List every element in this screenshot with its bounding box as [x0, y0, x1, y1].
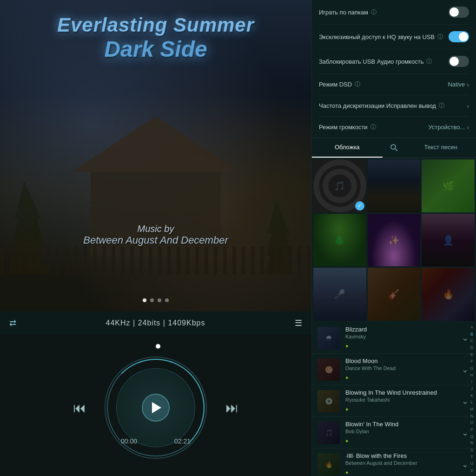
thumb-dark-figure: 👤 [422, 214, 475, 267]
song-item-blizzard[interactable]: 🌨 Blizzard Kavinsky ● ⌄ [312, 322, 476, 354]
settings-section: Играть по папкам ⓘ Эксклюзивный доступ к… [312, 0, 476, 138]
tab-cover[interactable]: Обложка [312, 138, 383, 158]
album-title-line2: Dark Side [0, 36, 311, 62]
song-item-bloodmoon[interactable]: 🌕 Blood Moon Dance With The Dead ● ⌄ [312, 354, 476, 385]
alpha-t[interactable]: T [470, 455, 473, 460]
total-time: 02:21 [174, 437, 191, 445]
alpha-e[interactable]: E [470, 352, 473, 357]
grid-item-5[interactable]: 👤 [422, 214, 475, 267]
alpha-b[interactable]: B [470, 332, 473, 337]
toggle-knob-usb-lock [450, 57, 459, 66]
song-info-blow: ·Illl· Blow with the Fires Between Augus… [345, 452, 460, 476]
alpha-u[interactable]: U [470, 461, 474, 466]
player-info-bar: ⇄ 44KHz | 24bits | 1409Kbps ☰ [0, 311, 311, 335]
song-thumb-bloodmoon: 🌕 [317, 358, 340, 381]
shuffle-icon[interactable]: ⇄ [9, 318, 16, 328]
svg-line-1 [395, 149, 397, 151]
alpha-j[interactable]: J [471, 386, 473, 391]
setting-sample-rate[interactable]: Частота дискретизации Исправлен вывод ⓘ … [319, 95, 469, 117]
play-icon [152, 402, 161, 413]
grid-item-4[interactable]: ✨ [368, 214, 421, 267]
toggle-usb-lock[interactable] [449, 56, 469, 67]
grid-item-6[interactable]: 🎤 [313, 268, 366, 321]
playlist-icon[interactable]: ☰ [295, 318, 302, 328]
song-title-bloodmoon: Blood Moon [345, 357, 460, 364]
album-grid: 🎵 ✓ 🌿 🌲 ✨ 👤 🎤 🎸 🔥 [312, 158, 476, 322]
alpha-g[interactable]: G [470, 366, 473, 371]
song-item-blowing[interactable]: 💿 Blowing In The Wind Unrestrained Ryosu… [312, 385, 476, 417]
svg-point-0 [391, 145, 396, 149]
grid-item-2[interactable]: 🌿 [422, 159, 475, 212]
setting-dsd-mode[interactable]: Режим DSD ⓘ Native › [319, 74, 469, 95]
album-title-overlay: Everlasting Summer Dark Side [0, 14, 311, 62]
alpha-s[interactable]: S [470, 448, 473, 453]
tab-search[interactable] [383, 138, 406, 158]
alpha-a[interactable]: A [470, 325, 473, 330]
song-thumb-blowin: 🎵 [317, 422, 340, 444]
song-title-blow: ·Illl· Blow with the Fires [345, 452, 460, 459]
setting-volume-mode[interactable]: Режим громкости ⓘ Устройство... › [319, 117, 469, 138]
selected-check: ✓ [355, 201, 364, 211]
alpha-h[interactable]: H [470, 373, 474, 378]
house-roof [72, 116, 239, 172]
song-quality-bloodmoon: ● [345, 375, 349, 380]
alpha-f[interactable]: F [470, 359, 473, 364]
song-quality-blizzard: ● [345, 343, 349, 349]
alpha-v[interactable]: V [470, 468, 473, 473]
search-icon [390, 144, 398, 152]
song-item-blow[interactable]: 🔥 ·Illl· Blow with the Fires Between Aug… [312, 449, 476, 476]
alpha-p[interactable]: P [470, 427, 473, 432]
play-button[interactable] [142, 394, 170, 422]
setting-folder-play: Играть по папкам ⓘ [319, 0, 469, 25]
song-title-blowin: Blowin' In The Wind [345, 421, 460, 428]
circle-inner [116, 368, 195, 447]
prev-button[interactable]: ⏮ [73, 400, 86, 416]
grid-item-8[interactable]: 🔥 [422, 268, 475, 321]
setting-label-usb-lock: Заблокировать USB Аудио громкость ⓘ [319, 58, 432, 66]
alpha-m[interactable]: M [470, 407, 474, 412]
toggle-folder[interactable] [449, 7, 469, 18]
alpha-c[interactable]: C [470, 338, 474, 344]
alpha-n[interactable]: N [470, 414, 474, 419]
info-icon-hq[interactable]: ⓘ [437, 33, 443, 41]
song-info-blizzard: Blizzard Kavinsky ● [345, 326, 460, 350]
grid-item-7[interactable]: 🎸 [368, 268, 421, 321]
song-info-blowing: Blowing In The Wind Unrestrained Ryosuke… [345, 389, 460, 413]
fence-decoration [0, 246, 311, 274]
song-thumb-blow: 🔥 [317, 453, 340, 476]
dot-4[interactable] [165, 298, 169, 302]
song-artist-bloodmoon: Dance With The Dead [345, 365, 460, 371]
tab-lyrics[interactable]: Текст песен [406, 138, 476, 158]
dot-1[interactable] [143, 298, 146, 302]
info-icon-usb-lock[interactable]: ⓘ [426, 58, 432, 66]
info-icon-volume[interactable]: ⓘ [370, 123, 376, 131]
alpha-r[interactable]: R [470, 441, 474, 446]
toggle-hq[interactable] [449, 31, 469, 42]
dot-2[interactable] [150, 298, 154, 302]
setting-label-dsd: Режим DSD ⓘ [319, 80, 360, 88]
grid-item-0[interactable]: 🎵 ✓ [313, 159, 366, 212]
toggle-knob-hq [459, 32, 468, 41]
alpha-k[interactable]: K [470, 393, 473, 398]
circle-player: 00:00 02:21 [105, 357, 207, 459]
info-icon-dsd[interactable]: ⓘ [355, 80, 360, 88]
alpha-q[interactable]: Q [470, 434, 473, 439]
alpha-l[interactable]: L [470, 400, 473, 405]
song-artist-blow: Between August and December [345, 460, 460, 466]
dsd-value: Native › [448, 81, 469, 88]
grid-item-3[interactable]: 🌲 [313, 214, 366, 267]
album-subtitle1: Music by [0, 224, 311, 234]
thumb-green: 🌿 [422, 159, 475, 212]
dot-3[interactable] [158, 298, 161, 302]
grid-item-1[interactable] [368, 159, 421, 212]
info-icon-sample[interactable]: ⓘ [439, 102, 444, 110]
info-icon-folder[interactable]: ⓘ [371, 8, 377, 16]
song-list[interactable]: 🌨 Blizzard Kavinsky ● ⌄ 🌕 Blood Moon Dan… [312, 322, 476, 476]
song-item-blowin[interactable]: 🎵 Blowin' In The Wind Bob Dylan ● ⌄ [312, 417, 476, 449]
alpha-o[interactable]: O [470, 420, 473, 425]
chevron-dsd: › [467, 81, 469, 88]
setting-hq-usb: Эксклюзивный доступ к HQ звуку на USB ⓘ [319, 25, 469, 49]
alpha-d[interactable]: D [470, 345, 474, 350]
next-button[interactable]: ⏭ [225, 400, 238, 416]
alpha-i[interactable]: I [471, 379, 473, 384]
